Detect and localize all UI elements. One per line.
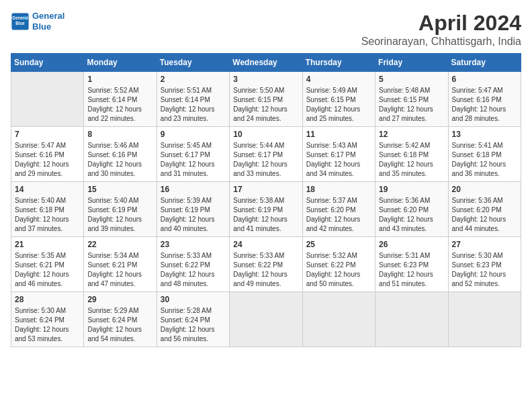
day-number: 26 — [379, 240, 444, 249]
weekday-header-saturday: Saturday — [448, 54, 521, 72]
weekday-header-row: SundayMondayTuesdayWednesdayThursdayFrid… — [11, 54, 521, 72]
title-area: April 2024 Seorinarayan, Chhattisgarh, I… — [361, 11, 521, 48]
calendar-cell: 21Sunrise: 5:35 AMSunset: 6:21 PMDayligh… — [11, 237, 84, 292]
day-info: Sunrise: 5:35 AMSunset: 6:21 PMDaylight:… — [15, 251, 80, 289]
day-info: Sunrise: 5:48 AMSunset: 6:15 PMDaylight:… — [379, 86, 444, 124]
calendar-cell: 8Sunrise: 5:46 AMSunset: 6:16 PMDaylight… — [84, 127, 157, 182]
calendar-cell: 9Sunrise: 5:45 AMSunset: 6:17 PMDaylight… — [157, 127, 229, 182]
calendar-cell: 14Sunrise: 5:40 AMSunset: 6:18 PMDayligh… — [11, 182, 84, 237]
calendar-table: SundayMondayTuesdayWednesdayThursdayFrid… — [11, 53, 521, 347]
day-info: Sunrise: 5:46 AMSunset: 6:16 PMDaylight:… — [87, 141, 152, 179]
calendar-cell: 5Sunrise: 5:48 AMSunset: 6:15 PMDaylight… — [375, 72, 448, 127]
day-info: Sunrise: 5:50 AMSunset: 6:15 PMDaylight:… — [233, 86, 298, 124]
day-number: 7 — [15, 130, 80, 139]
weekday-header-monday: Monday — [84, 54, 157, 72]
day-info: Sunrise: 5:29 AMSunset: 6:24 PMDaylight:… — [87, 306, 152, 344]
week-row-5: 28Sunrise: 5:30 AMSunset: 6:24 PMDayligh… — [11, 292, 521, 347]
calendar-cell: 18Sunrise: 5:37 AMSunset: 6:20 PMDayligh… — [302, 182, 375, 237]
calendar-cell — [11, 72, 84, 127]
calendar-cell: 6Sunrise: 5:47 AMSunset: 6:16 PMDaylight… — [448, 72, 521, 127]
day-number: 19 — [379, 185, 444, 194]
calendar-cell: 16Sunrise: 5:39 AMSunset: 6:19 PMDayligh… — [157, 182, 229, 237]
day-number: 24 — [233, 240, 298, 249]
logo-line1: General — [32, 11, 64, 21]
calendar-cell: 26Sunrise: 5:31 AMSunset: 6:23 PMDayligh… — [375, 237, 448, 292]
logo: General Blue General Blue — [11, 11, 64, 32]
day-number: 25 — [306, 240, 371, 249]
day-number: 22 — [87, 240, 152, 249]
calendar-cell: 22Sunrise: 5:34 AMSunset: 6:21 PMDayligh… — [84, 237, 157, 292]
day-info: Sunrise: 5:44 AMSunset: 6:17 PMDaylight:… — [233, 141, 298, 179]
day-info: Sunrise: 5:52 AMSunset: 6:14 PMDaylight:… — [87, 86, 152, 124]
day-number: 9 — [161, 130, 226, 139]
calendar-cell: 2Sunrise: 5:51 AMSunset: 6:14 PMDaylight… — [157, 72, 229, 127]
day-info: Sunrise: 5:37 AMSunset: 6:20 PMDaylight:… — [306, 196, 371, 234]
calendar-cell: 10Sunrise: 5:44 AMSunset: 6:17 PMDayligh… — [230, 127, 302, 182]
day-info: Sunrise: 5:36 AMSunset: 6:20 PMDaylight:… — [452, 196, 517, 234]
calendar-cell — [230, 292, 302, 347]
calendar-cell: 27Sunrise: 5:30 AMSunset: 6:23 PMDayligh… — [448, 237, 521, 292]
day-number: 27 — [452, 240, 517, 249]
calendar-cell: 24Sunrise: 5:33 AMSunset: 6:22 PMDayligh… — [230, 237, 302, 292]
calendar-cell: 1Sunrise: 5:52 AMSunset: 6:14 PMDaylight… — [84, 72, 157, 127]
calendar-cell: 28Sunrise: 5:30 AMSunset: 6:24 PMDayligh… — [11, 292, 84, 347]
day-number: 28 — [15, 295, 80, 304]
calendar-cell: 11Sunrise: 5:43 AMSunset: 6:17 PMDayligh… — [302, 127, 375, 182]
day-number: 16 — [161, 185, 226, 194]
day-info: Sunrise: 5:30 AMSunset: 6:24 PMDaylight:… — [15, 306, 80, 344]
day-info: Sunrise: 5:38 AMSunset: 6:19 PMDaylight:… — [233, 196, 298, 234]
day-number: 20 — [452, 185, 517, 194]
calendar-cell: 23Sunrise: 5:33 AMSunset: 6:22 PMDayligh… — [157, 237, 229, 292]
logo-icon: General Blue — [11, 12, 30, 31]
day-info: Sunrise: 5:34 AMSunset: 6:21 PMDaylight:… — [87, 251, 152, 289]
logo-line2: Blue — [32, 21, 51, 32]
day-number: 5 — [379, 75, 444, 84]
day-info: Sunrise: 5:28 AMSunset: 6:24 PMDaylight:… — [161, 306, 226, 344]
calendar-cell: 17Sunrise: 5:38 AMSunset: 6:19 PMDayligh… — [230, 182, 302, 237]
day-number: 10 — [233, 130, 298, 139]
day-number: 12 — [379, 130, 444, 139]
week-row-3: 14Sunrise: 5:40 AMSunset: 6:18 PMDayligh… — [11, 182, 521, 237]
day-info: Sunrise: 5:31 AMSunset: 6:23 PMDaylight:… — [379, 251, 444, 289]
day-number: 17 — [233, 185, 298, 194]
day-info: Sunrise: 5:42 AMSunset: 6:18 PMDaylight:… — [379, 141, 444, 179]
day-info: Sunrise: 5:32 AMSunset: 6:22 PMDaylight:… — [306, 251, 371, 289]
day-number: 18 — [306, 185, 371, 194]
day-info: Sunrise: 5:40 AMSunset: 6:18 PMDaylight:… — [15, 196, 80, 234]
day-info: Sunrise: 5:47 AMSunset: 6:16 PMDaylight:… — [15, 141, 80, 179]
calendar-cell — [448, 292, 521, 347]
day-info: Sunrise: 5:33 AMSunset: 6:22 PMDaylight:… — [161, 251, 226, 289]
weekday-header-wednesday: Wednesday — [230, 54, 302, 72]
day-info: Sunrise: 5:49 AMSunset: 6:15 PMDaylight:… — [306, 86, 371, 124]
calendar-cell: 7Sunrise: 5:47 AMSunset: 6:16 PMDaylight… — [11, 127, 84, 182]
calendar-cell: 19Sunrise: 5:36 AMSunset: 6:20 PMDayligh… — [375, 182, 448, 237]
day-number: 3 — [233, 75, 298, 84]
calendar-title: April 2024 — [361, 11, 521, 36]
day-number: 29 — [87, 295, 152, 304]
calendar-cell: 12Sunrise: 5:42 AMSunset: 6:18 PMDayligh… — [375, 127, 448, 182]
week-row-2: 7Sunrise: 5:47 AMSunset: 6:16 PMDaylight… — [11, 127, 521, 182]
day-info: Sunrise: 5:33 AMSunset: 6:22 PMDaylight:… — [233, 251, 298, 289]
calendar-cell: 25Sunrise: 5:32 AMSunset: 6:22 PMDayligh… — [302, 237, 375, 292]
header: General Blue General Blue April 2024 Seo… — [11, 11, 521, 48]
day-number: 8 — [87, 130, 152, 139]
day-info: Sunrise: 5:36 AMSunset: 6:20 PMDaylight:… — [379, 196, 444, 234]
day-number: 30 — [161, 295, 226, 304]
weekday-header-sunday: Sunday — [11, 54, 84, 72]
day-info: Sunrise: 5:40 AMSunset: 6:19 PMDaylight:… — [87, 196, 152, 234]
day-number: 15 — [87, 185, 152, 194]
calendar-cell: 30Sunrise: 5:28 AMSunset: 6:24 PMDayligh… — [157, 292, 229, 347]
day-number: 2 — [161, 75, 226, 84]
calendar-cell: 3Sunrise: 5:50 AMSunset: 6:15 PMDaylight… — [230, 72, 302, 127]
calendar-cell — [375, 292, 448, 347]
weekday-header-friday: Friday — [375, 54, 448, 72]
week-row-4: 21Sunrise: 5:35 AMSunset: 6:21 PMDayligh… — [11, 237, 521, 292]
calendar-cell: 20Sunrise: 5:36 AMSunset: 6:20 PMDayligh… — [448, 182, 521, 237]
day-number: 21 — [15, 240, 80, 249]
svg-text:Blue: Blue — [15, 20, 25, 25]
day-info: Sunrise: 5:41 AMSunset: 6:18 PMDaylight:… — [452, 141, 517, 179]
calendar-cell — [302, 292, 375, 347]
calendar-cell: 29Sunrise: 5:29 AMSunset: 6:24 PMDayligh… — [84, 292, 157, 347]
day-number: 1 — [87, 75, 152, 84]
day-number: 4 — [306, 75, 371, 84]
